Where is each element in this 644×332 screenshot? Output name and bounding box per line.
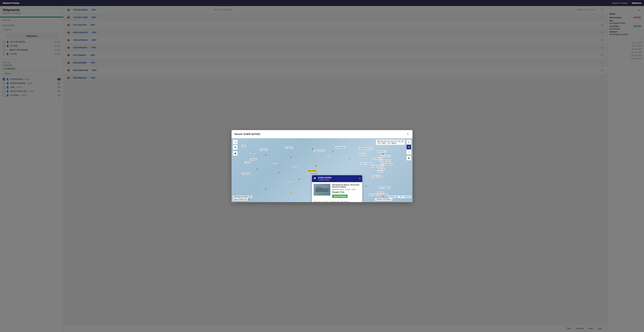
top-nav-right: Shipment Tracking › Shipments [612,2,641,4]
map-place-label: Ym Wonderland [381,163,392,165]
vessel-thumbnail [314,184,330,196]
map-place-label: Liaoyuan [260,149,267,151]
svg-rect-2 [317,186,318,187]
ship-dot [248,199,250,200]
map-place-label: Dongshan [285,147,293,149]
map-search-button[interactable]: 🔍 [233,140,238,144]
zoom-level: 10 [406,145,411,149]
ever-outdo-label: Ever Outdo [308,170,317,172]
ship-dot [265,154,266,155]
map-mobile-links: Mobile App: iOS | Android [389,196,411,198]
map-background: [Sat-Ais] [Sat-Ais] [Sat-Ais] [Sat-Ais] … [232,138,412,202]
sat-tag: [Sat-Ais] [249,152,255,154]
top-nav-shipment-tracking[interactable]: Shipment Tracking [612,2,627,4]
top-nav-left: Shipment Tracking [3,2,19,4]
map-coordinates-box: N23°45'00.54 E117°21'35.96 (23.7502, 117… [376,140,405,145]
ship-dot [349,158,350,160]
ship-dot [290,192,292,193]
vessel-popup-body: Navigational Status: Restricted Manoeuvr… [312,182,362,200]
vessel-popup-close[interactable]: × [359,177,360,180]
ship-dot [290,157,292,158]
map-place-label: New Challenge [379,187,390,189]
ship-dot [382,153,384,155]
map-zoom-controls: + 10 − ⊞ [406,140,411,160]
map-left-controls: 🔍 ⚙ ◉ [233,140,238,156]
sat-tag: [Sat-Ais] [287,181,293,183]
zoom-in-button[interactable]: + [406,140,411,144]
map-layer-filter-buttons[interactable]: LAYER ▾ FILTERS ▾ [375,198,392,201]
android-link[interactable]: Android [404,196,410,198]
sat-tag: [Sat-Ais] [325,156,332,158]
glory-first-label: Glory First [310,172,318,175]
modal-overlay[interactable]: Vessel: EVER OUTDO × [0,0,644,332]
map-place-label: Zhehayang [242,173,250,175]
map-place-label: Green Celebrity [360,163,372,165]
ship-dot [332,151,334,152]
map-place-label: Shlong Da bai [314,150,324,152]
map-place-label: Yanji [242,145,246,147]
map-place-label: Yanhia [245,161,250,163]
top-navigation: Shipment Tracking Shipment Tracking › Sh… [0,0,644,6]
map-place-label: [Sat-Ais] [377,192,384,194]
modal-title: Vessel: EVER OUTDO [234,133,260,135]
ship-dot [366,185,367,187]
ship-dot [312,148,313,150]
modal-close-button[interactable]: × [406,132,410,136]
vessel-popup: 🏳️ EVER OUTDO Container Ship × [312,175,362,202]
ship-dot [257,169,258,170]
map-place-label: 10921 03 99 [372,175,382,177]
ever-outdo-ship-marker[interactable] [306,173,308,175]
map-place-label: [Sat-Ais] [378,168,385,170]
map-place-label: Saga Discovery [372,165,384,167]
vessel-detail-button[interactable]: Vessel Details [332,195,348,198]
ship-dot [278,172,280,173]
vessel-flag: 🏳️ [314,178,316,180]
map-place-label: Raoping [250,158,257,160]
vessel-modal: Vessel: EVER OUTDO × [232,130,412,202]
map-place-label: Bei Lun Hai Tun [379,155,391,157]
vessel-name: EVER OUTDO [318,177,332,179]
map-place-label: Xin Dong Guan 9 [379,160,392,162]
map-attribution: MarineTraffic.com [233,198,248,201]
top-nav-shipments[interactable]: Shipments [632,2,641,4]
map-filter-button[interactable]: ⚙ [233,145,238,150]
svg-rect-3 [319,186,320,187]
map-place-label: Min Dong Yu 61226 Wreck [369,194,388,196]
map-place-label: Wangbao 63678 72 [359,147,373,149]
map-grid-button[interactable]: ⊞ [406,156,411,160]
vessel-popup-footer: Received: 11 hours, 2 minutes ago (AIS S… [312,200,362,202]
vessel-popup-header: 🏳️ EVER OUTDO Container Ship × [312,175,362,182]
map-place-label: [Sat-Ais] [359,153,366,155]
modal-header: Vessel: EVER OUTDO × [232,130,412,138]
ship-dot [298,179,300,180]
map-place-label: Huanghaidao [336,146,346,148]
map-place-label: Zhong Gu 3 [377,150,386,152]
svg-rect-4 [324,187,327,189]
ios-link[interactable]: iOS [400,196,402,198]
map-container: [Sat-Ais] [Sat-Ais] [Sat-Ais] [Sat-Ais] … [232,138,412,202]
sat-tag: [Sat-Ais] [292,166,298,168]
sat-tag: [Sat-Ais] [272,163,278,164]
vessel-info: Navigational Status: Restricted Manoeuvr… [332,184,360,198]
ship-dot [315,165,317,167]
map-layers-button[interactable]: ◉ [233,151,238,156]
ship-dot [265,189,266,190]
zoom-out-button[interactable]: − [406,150,411,154]
nav-status: Navigational Status: Restricted Manoeuvr… [332,184,360,188]
svg-rect-0 [315,188,329,192]
map-place-label: Petroilmex 16 [372,157,382,160]
speed-course: Speed/Course: 11.2kn / 233° [332,189,360,191]
draught: Draught: 8.5m [332,191,360,193]
map-scale: 325k MarineTraffic.com [233,196,252,198]
top-nav-title: Shipment Tracking [3,2,19,4]
received-text: Received: 11 hours, 2 minutes ago (AIS S… [314,201,350,202]
map-place-label: Hnnnct [377,171,383,173]
vessel-type: Container Ship [318,179,332,181]
